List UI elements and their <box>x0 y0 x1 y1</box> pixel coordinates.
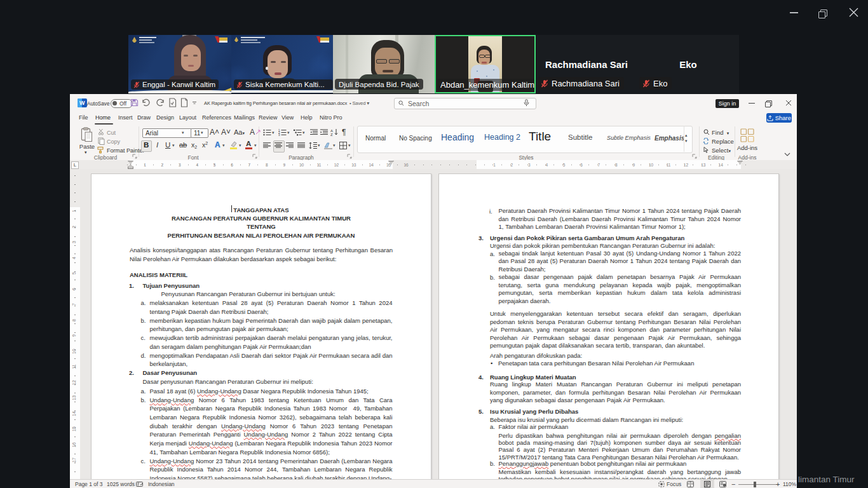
svg-text:3: 3 <box>278 133 280 136</box>
svg-text:Z: Z <box>330 133 333 136</box>
